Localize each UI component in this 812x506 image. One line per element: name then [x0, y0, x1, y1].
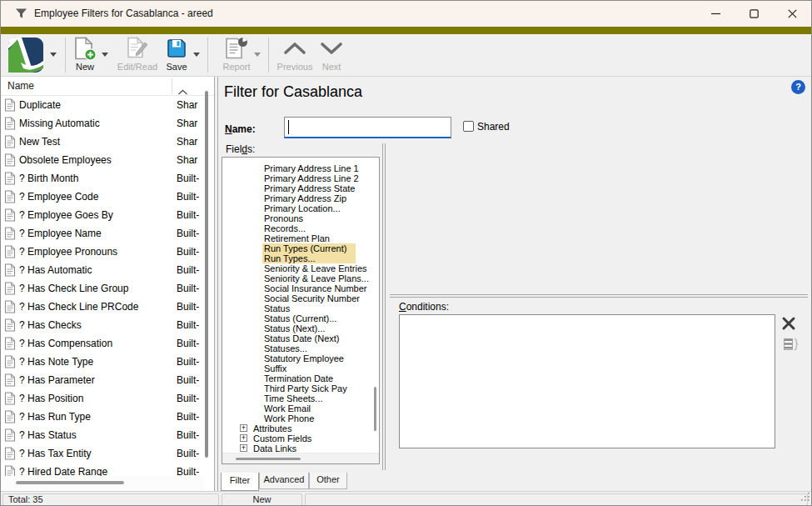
field-item[interactable]: Run Types...	[222, 253, 379, 263]
app-logo-button[interactable]	[8, 38, 43, 73]
tree-expand-icon[interactable]: +	[240, 434, 247, 442]
filter-type: Built-	[177, 283, 199, 294]
list-item[interactable]: ? Has Compensation Built-	[1, 334, 214, 353]
delete-condition-icon[interactable]	[781, 316, 796, 331]
field-item[interactable]: Termination Date	[222, 373, 379, 383]
save-floppy-icon	[166, 36, 187, 61]
field-item[interactable]: Status Date (Next)	[222, 333, 379, 343]
previous-button[interactable]: Previous	[275, 36, 315, 74]
list-item[interactable]: ? Has Automatic Built-	[1, 261, 214, 279]
save-dropdown-icon[interactable]	[193, 53, 200, 57]
vertical-scrollbar-thumb[interactable]	[205, 91, 208, 458]
field-item[interactable]: Primary Location...	[222, 203, 379, 213]
close-button[interactable]	[773, 1, 811, 27]
field-item[interactable]: Suffix	[222, 363, 379, 373]
field-tree-group[interactable]: +Attributes	[222, 423, 379, 433]
field-tree-group[interactable]: +Custom Fields	[222, 433, 379, 443]
list-item[interactable]: New Test Shar	[1, 133, 214, 151]
tab-other[interactable]: Other	[309, 473, 347, 489]
field-item[interactable]: Work Phone	[222, 413, 379, 423]
tree-expand-icon[interactable]: +	[240, 424, 247, 432]
tree-expand-icon[interactable]: +	[240, 444, 247, 452]
list-item[interactable]: ? Has Tax Entity Built-	[1, 444, 214, 463]
tab-advanced[interactable]: Advanced	[259, 473, 309, 489]
field-item[interactable]: Work Email	[222, 403, 379, 413]
list-item[interactable]: Duplicate Shar	[1, 96, 214, 114]
field-item[interactable]: Statuses...	[222, 343, 379, 353]
list-item[interactable]: ? Has Check Line PRCode Built-	[1, 298, 214, 316]
field-item[interactable]: Primary Address State	[222, 183, 379, 193]
save-button[interactable]: Save	[161, 36, 192, 74]
name-input[interactable]	[284, 117, 451, 138]
list-item[interactable]: ? Employee Name Built-	[1, 224, 214, 243]
list-item[interactable]: ? Has Position Built-	[1, 389, 214, 408]
field-item[interactable]: Status	[222, 303, 379, 313]
report-button-label: Report	[222, 62, 250, 72]
filter-type: Built-	[177, 356, 199, 368]
status-total: Total: 35	[2, 493, 219, 506]
field-item[interactable]: Statutory Employee	[222, 353, 379, 363]
report-icon	[224, 36, 249, 61]
list-item[interactable]: ? Employee Code Built-	[1, 188, 214, 206]
horizontal-scrollbar-track[interactable]	[1, 476, 204, 491]
list-item[interactable]: ? Employee Pronouns Built-	[1, 243, 214, 261]
help-icon[interactable]: ?	[791, 80, 805, 94]
resize-grip-icon[interactable]	[801, 489, 810, 504]
conditions-box[interactable]	[399, 314, 775, 448]
list-item[interactable]: ? Has Check Line Group Built-	[1, 279, 214, 298]
list-item[interactable]: ? Has Run Type Built-	[1, 408, 214, 426]
tab-filter[interactable]: Filter	[221, 473, 259, 491]
maximize-button[interactable]	[735, 1, 773, 27]
field-item[interactable]: Time Sheets...	[222, 393, 379, 403]
new-dropdown-icon[interactable]	[102, 53, 108, 57]
field-item[interactable]: Primary Address Line 1	[222, 163, 379, 173]
column-header-name[interactable]: Name	[7, 80, 34, 92]
field-item[interactable]: Records...	[222, 223, 379, 233]
field-item[interactable]: Social Security Number	[222, 293, 379, 303]
field-item[interactable]: Pronouns	[222, 213, 379, 223]
field-item[interactable]: Seniority & Leave Plans...	[222, 273, 379, 283]
horizontal-scrollbar-thumb[interactable]	[16, 481, 124, 484]
fields-vertical-scrollbar-thumb[interactable]	[374, 387, 376, 431]
field-item[interactable]: Primary Address Line 2	[222, 173, 379, 183]
edit-read-button[interactable]: Edit/Read	[114, 36, 161, 74]
shared-checkbox[interactable]	[463, 121, 474, 132]
field-item[interactable]: Social Insurance Number	[222, 283, 379, 293]
list-item[interactable]: Missing Automatic Shar	[1, 114, 214, 133]
next-button[interactable]: Next	[316, 36, 346, 74]
app-menu-dropdown-icon[interactable]	[50, 53, 57, 57]
filter-type: Built-	[177, 429, 199, 441]
document-icon	[4, 300, 16, 316]
toolbar-separator	[268, 38, 269, 73]
list-item[interactable]: ? Has Note Type Built-	[1, 353, 214, 371]
new-button[interactable]: New	[69, 36, 101, 74]
list-item[interactable]: ? Birth Month Built-	[1, 169, 214, 188]
filter-type: Built-	[177, 448, 199, 459]
field-item[interactable]: Status (Next)...	[222, 323, 379, 333]
report-dropdown-icon[interactable]	[254, 53, 261, 57]
filter-name: ? Has Check Line PRCode	[19, 301, 138, 313]
field-item[interactable]: Third Party Sick Pay	[222, 383, 379, 393]
column-divider[interactable]	[172, 78, 172, 94]
page-title: Filter for Casablanca	[224, 83, 362, 101]
filter-name: ? Birth Month	[19, 173, 78, 184]
list-item[interactable]: Obsolete Employees Shar	[1, 151, 214, 169]
minimize-button[interactable]	[696, 1, 735, 27]
list-item[interactable]: ? Employee Goes By Built-	[1, 206, 214, 224]
field-item[interactable]: Run Types (Current)	[222, 243, 379, 253]
list-item[interactable]: ? Has Status Built-	[1, 426, 214, 444]
list-item[interactable]: ? Has Parameter Built-	[1, 371, 214, 389]
field-item[interactable]: Retirement Plan	[222, 233, 379, 243]
horizontal-splitter[interactable]	[390, 294, 808, 298]
fields-horizontal-scrollbar-track[interactable]	[222, 453, 379, 463]
field-item[interactable]: Seniority & Leave Entries	[222, 263, 379, 273]
report-button[interactable]: Report	[216, 36, 257, 74]
field-item[interactable]: Status (Current)...	[222, 313, 379, 323]
fields-horizontal-scrollbar-thumb[interactable]	[236, 458, 301, 460]
save-button-label: Save	[166, 62, 187, 72]
group-conditions-icon[interactable]	[784, 338, 799, 351]
document-icon	[4, 428, 16, 444]
list-item[interactable]: ? Has Checks Built-	[1, 316, 214, 334]
field-item[interactable]: Primary Address Zip	[222, 193, 379, 203]
vertical-splitter[interactable]	[382, 143, 386, 470]
